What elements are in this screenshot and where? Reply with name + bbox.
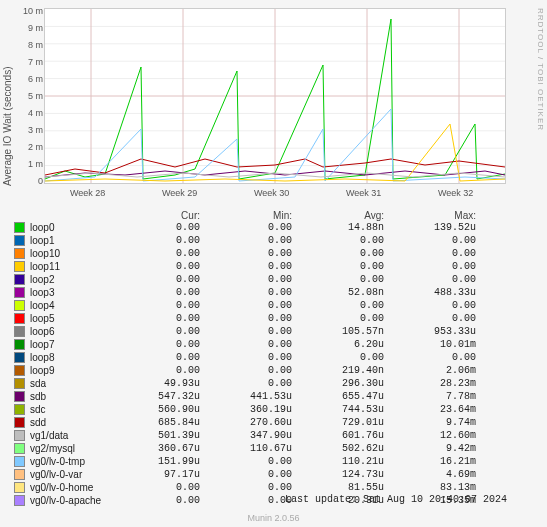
legend-max: 0.00 bbox=[384, 273, 476, 286]
legend-cur: 97.17u bbox=[108, 468, 200, 481]
legend-max: 9.74m bbox=[384, 416, 476, 429]
legend-cur: 0.00 bbox=[108, 351, 200, 364]
legend-cur: 0.00 bbox=[108, 234, 200, 247]
legend-cur: 685.84u bbox=[108, 416, 200, 429]
legend-row: loop00.000.0014.88n139.52u bbox=[14, 221, 519, 234]
legend-swatch bbox=[14, 469, 25, 480]
legend-label: sda bbox=[14, 377, 108, 390]
y-tick: 4 m bbox=[13, 108, 43, 118]
legend-label: loop3 bbox=[14, 286, 108, 299]
legend-swatch bbox=[14, 430, 25, 441]
x-tick: Week 31 bbox=[346, 188, 381, 198]
y-axis-label: Average IO Wait (seconds) bbox=[2, 67, 13, 187]
legend-label: loop11 bbox=[14, 260, 108, 273]
legend-max: 0.00 bbox=[384, 260, 476, 273]
legend-label: vg0/lv-0-home bbox=[14, 481, 108, 494]
legend-cur: 360.67u bbox=[108, 442, 200, 455]
legend-row: sdc560.90u360.19u744.53u23.64m bbox=[14, 403, 519, 416]
legend-avg: 0.00 bbox=[292, 234, 384, 247]
legend-min: 360.19u bbox=[200, 403, 292, 416]
legend-swatch bbox=[14, 235, 25, 246]
y-tick: 5 m bbox=[13, 91, 43, 101]
legend-row: vg0/lv-0-home0.000.0081.55u83.13m bbox=[14, 481, 519, 494]
y-tick: 3 m bbox=[13, 125, 43, 135]
plot-area bbox=[44, 8, 506, 184]
legend-avg: 52.08n bbox=[292, 286, 384, 299]
legend-min: 0.00 bbox=[200, 234, 292, 247]
legend-cur: 0.00 bbox=[108, 481, 200, 494]
legend-cur: 0.00 bbox=[108, 260, 200, 273]
legend-cur: 0.00 bbox=[108, 338, 200, 351]
legend-row: loop30.000.0052.08n488.33u bbox=[14, 286, 519, 299]
legend-avg: 124.73u bbox=[292, 468, 384, 481]
legend-label: sdb bbox=[14, 390, 108, 403]
legend-max: 10.01m bbox=[384, 338, 476, 351]
legend-min: 0.00 bbox=[200, 273, 292, 286]
y-tick: 2 m bbox=[13, 142, 43, 152]
legend-cur: 0.00 bbox=[108, 312, 200, 325]
legend-max: 28.23m bbox=[384, 377, 476, 390]
legend-min: 0.00 bbox=[200, 494, 292, 507]
legend-swatch bbox=[14, 326, 25, 337]
legend-min: 0.00 bbox=[200, 468, 292, 481]
legend-row: loop60.000.00105.57n953.33u bbox=[14, 325, 519, 338]
legend-avg: 0.00 bbox=[292, 312, 384, 325]
legend-row: sda49.93u0.00296.30u28.23m bbox=[14, 377, 519, 390]
col-cur: Cur: bbox=[108, 210, 200, 221]
legend-avg: 296.30u bbox=[292, 377, 384, 390]
y-tick: 6 m bbox=[13, 74, 43, 84]
legend-row: loop10.000.000.000.00 bbox=[14, 234, 519, 247]
legend-row: loop80.000.000.000.00 bbox=[14, 351, 519, 364]
legend-max: 83.13m bbox=[384, 481, 476, 494]
legend-swatch bbox=[14, 404, 25, 415]
legend-max: 2.06m bbox=[384, 364, 476, 377]
legend-row: loop20.000.000.000.00 bbox=[14, 273, 519, 286]
legend-label: loop1 bbox=[14, 234, 108, 247]
legend-swatch bbox=[14, 352, 25, 363]
legend-cur: 560.90u bbox=[108, 403, 200, 416]
legend-min: 0.00 bbox=[200, 221, 292, 234]
legend-cur: 501.39u bbox=[108, 429, 200, 442]
legend-row: loop70.000.006.20u10.01m bbox=[14, 338, 519, 351]
legend-max: 0.00 bbox=[384, 247, 476, 260]
legend-swatch bbox=[14, 300, 25, 311]
legend-label: loop2 bbox=[14, 273, 108, 286]
col-avg: Avg: bbox=[292, 210, 384, 221]
legend-cur: 49.93u bbox=[108, 377, 200, 390]
legend-row: loop50.000.000.000.00 bbox=[14, 312, 519, 325]
legend-cur: 0.00 bbox=[108, 273, 200, 286]
legend-row: sdb547.32u441.53u655.47u7.78m bbox=[14, 390, 519, 403]
legend-swatch bbox=[14, 339, 25, 350]
legend-label: vg2/mysql bbox=[14, 442, 108, 455]
legend-row: loop40.000.000.000.00 bbox=[14, 299, 519, 312]
legend-avg: 14.88n bbox=[292, 221, 384, 234]
legend-label: loop10 bbox=[14, 247, 108, 260]
legend-label: loop6 bbox=[14, 325, 108, 338]
legend-min: 0.00 bbox=[200, 377, 292, 390]
col-min: Min: bbox=[200, 210, 292, 221]
legend-row: vg1/data501.39u347.90u601.76u12.60m bbox=[14, 429, 519, 442]
legend-swatch bbox=[14, 365, 25, 376]
legend-swatch bbox=[14, 495, 25, 506]
legend-min: 0.00 bbox=[200, 364, 292, 377]
legend-avg: 219.40n bbox=[292, 364, 384, 377]
last-update: Last update: Sat Aug 10 20:40:07 2024 bbox=[285, 494, 507, 505]
legend-cur: 0.00 bbox=[108, 247, 200, 260]
legend-max: 23.64m bbox=[384, 403, 476, 416]
legend-label: vg0/lv-0-var bbox=[14, 468, 108, 481]
legend-label: loop5 bbox=[14, 312, 108, 325]
legend-min: 0.00 bbox=[200, 338, 292, 351]
legend-min: 110.67u bbox=[200, 442, 292, 455]
legend-max: 0.00 bbox=[384, 299, 476, 312]
legend-min: 0.00 bbox=[200, 299, 292, 312]
legend-max: 0.00 bbox=[384, 351, 476, 364]
legend-swatch bbox=[14, 313, 25, 324]
legend-row: loop100.000.000.000.00 bbox=[14, 247, 519, 260]
legend-min: 441.53u bbox=[200, 390, 292, 403]
legend-label: loop9 bbox=[14, 364, 108, 377]
legend-avg: 655.47u bbox=[292, 390, 384, 403]
legend-cur: 0.00 bbox=[108, 221, 200, 234]
legend-swatch bbox=[14, 261, 25, 272]
legend-row: vg0/lv-0-tmp151.99u0.00110.21u16.21m bbox=[14, 455, 519, 468]
legend-cur: 0.00 bbox=[108, 286, 200, 299]
